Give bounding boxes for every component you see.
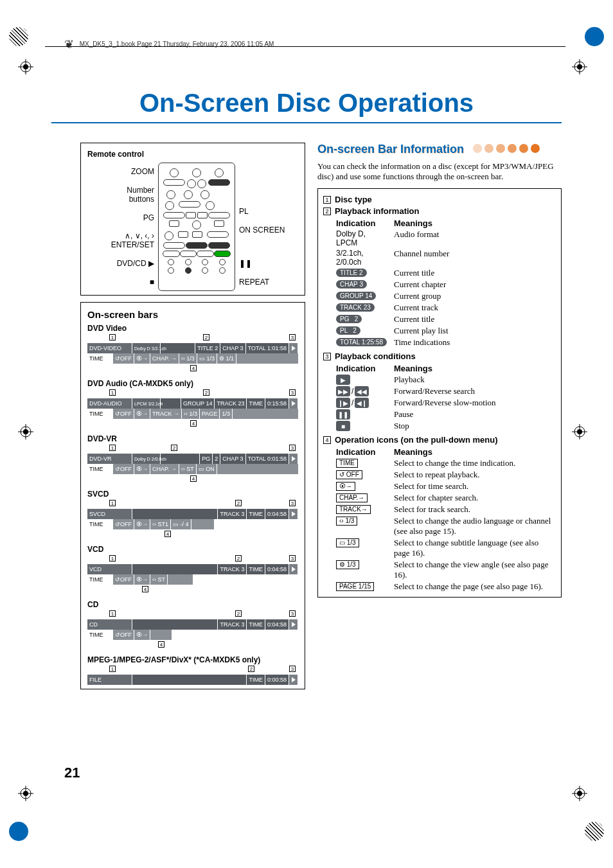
book-page-header: ❦ MX_DK5_3_1.book Page 21 Thursday, Febr… bbox=[64, 37, 274, 51]
table-row: CHAP.→Select for chapter search. bbox=[323, 493, 556, 503]
sec3-title: Playback conditions bbox=[335, 351, 416, 361]
bar-vcd-title: VCD bbox=[87, 545, 298, 554]
arrows-label: ∧, ∨, ‹, › bbox=[125, 231, 154, 240]
bar-dvd-video-title: DVD Video bbox=[87, 324, 298, 333]
corner-hatch-br bbox=[585, 822, 604, 841]
table-row: ■Stop bbox=[323, 421, 556, 431]
sec-num-3: 3 bbox=[323, 353, 331, 360]
col-meanings-3: Meanings bbox=[394, 364, 556, 373]
col-indication: Indication bbox=[323, 218, 394, 228]
table-row: PG 2Current title bbox=[323, 314, 556, 324]
sec4-title: Operation icons (on the pull-down menu) bbox=[335, 435, 498, 445]
heading-dots bbox=[470, 143, 540, 156]
on-screen-bars-panel: On-screen bars DVD Video 123 DVD-VIDEO D… bbox=[80, 302, 305, 689]
bar-cd-title: CD bbox=[87, 600, 298, 609]
bar-dvd-audio-title: DVD Audio (CA-MXDK5 only) bbox=[87, 379, 298, 388]
header-rule bbox=[45, 46, 565, 47]
table-row: TRACK 23Current track bbox=[323, 303, 556, 313]
bar-svcd-title: SVCD bbox=[87, 490, 298, 499]
bar-dvd-vr: DVD-VR 123 DVD-VR Dolby D 2/0.0ch PG 2 C… bbox=[87, 434, 298, 483]
pg-label: PG bbox=[143, 213, 154, 222]
sec-num-4: 4 bbox=[323, 436, 331, 444]
on-screen-label: ON SCREEN bbox=[239, 226, 285, 235]
pause-label: ❚❚ bbox=[239, 259, 252, 268]
page-title: On-Screen Disc Operations bbox=[0, 89, 613, 118]
bar-file: MPEG-1/MPEG-2/ASF*/DivX* (*CA-MXDK5 only… bbox=[87, 655, 298, 685]
corner-hatch-bl bbox=[9, 822, 28, 841]
table-row: ⚙ 1/3Select to change the view angle (se… bbox=[323, 560, 556, 580]
sec-num-1: 1 bbox=[323, 196, 331, 204]
col-meanings-4: Meanings bbox=[394, 447, 556, 457]
bar-svcd: SVCD 123 SVCD TRACK 3 TIME 0:04:58 TIME … bbox=[87, 490, 298, 538]
on-screen-bars-title: On-screen bars bbox=[87, 309, 298, 320]
registration-mark-br bbox=[572, 786, 595, 809]
sec2-title: Playback information bbox=[335, 206, 419, 216]
table-row: TRACK→Select for track search. bbox=[323, 504, 556, 515]
info-table: 1Disc type 2Playback information Indicat… bbox=[317, 188, 562, 598]
zoom-label: ZOOM bbox=[131, 167, 154, 176]
pl-label: PL bbox=[239, 207, 249, 216]
corner-hatch-tr bbox=[585, 27, 604, 46]
table-row: CHAP 3Current chapter bbox=[323, 279, 556, 290]
repeat-label: REPEAT bbox=[239, 278, 269, 287]
remote-control-label: Remote control bbox=[87, 150, 298, 159]
bar-dvd-audio: DVD Audio (CA-MXDK5 only) 123 DVD-AUDIO … bbox=[87, 379, 298, 428]
sec-num-2: 2 bbox=[323, 208, 331, 215]
remote-diagram bbox=[158, 163, 235, 291]
table-row: PAGE 1/15Select to change the page (see … bbox=[323, 581, 556, 592]
section-heading-bar-info: On-screen Bar Information bbox=[317, 143, 562, 156]
table-playback-info: Dolby D,LPCMAudio format3/2.1ch,2/0.0chC… bbox=[323, 229, 556, 348]
registration-mark-right bbox=[572, 424, 595, 447]
dvd-cd-label: DVD/CD ▶ bbox=[117, 259, 154, 268]
table-row: ▭ 1/3Select to change subtitle language … bbox=[323, 538, 556, 558]
table-row: 3/2.1ch,2/0.0chChannel number bbox=[323, 249, 556, 267]
enter-set-label: ENTER/SET bbox=[111, 240, 154, 249]
registration-mark-left bbox=[18, 424, 41, 447]
table-row: ▶▶/◀◀Forward/Reverse search bbox=[323, 386, 556, 396]
stop-label: ■ bbox=[150, 278, 154, 287]
intro-text: You can check the information on a disc … bbox=[317, 161, 562, 182]
table-row: TOTAL 1:25:58Time indications bbox=[323, 337, 556, 348]
sec1-title: Disc type bbox=[335, 195, 372, 204]
table-operation-icons: TIMESelect to change the time indication… bbox=[323, 458, 556, 592]
bar-dvd-video: DVD Video 123 DVD-VIDEO Dolby D 3/2.1ch … bbox=[87, 324, 298, 373]
table-row: ❙▶/◀❙Forward/Reverse slow-motion bbox=[323, 398, 556, 408]
number-buttons-label-2: buttons bbox=[129, 195, 154, 204]
corner-hatch-tl bbox=[9, 27, 28, 46]
title-underline bbox=[51, 122, 562, 123]
bar-cd: CD 123 CD TRACK 3 TIME 0:04:58 TIME ↺OFF… bbox=[87, 600, 298, 649]
registration-mark-bl bbox=[18, 786, 41, 809]
table-row: PL 2Current play list bbox=[323, 326, 556, 336]
number-buttons-label-1: Number bbox=[127, 186, 154, 195]
table-row: ↺ OFFSelect to repeat playback. bbox=[323, 470, 556, 480]
table-row: ⦿→Select for time search. bbox=[323, 481, 556, 492]
page-number: 21 bbox=[64, 765, 80, 781]
bar-vcd: VCD 123 VCD TRACK 3 TIME 0:04:58 TIME ↺O… bbox=[87, 545, 298, 594]
table-playback-conditions: ▶Playback▶▶/◀◀Forward/Reverse search❙▶/◀… bbox=[323, 375, 556, 431]
table-row: Dolby D,LPCMAudio format bbox=[323, 229, 556, 247]
registration-mark-tr bbox=[572, 59, 595, 82]
table-row: ‹› 1/3Select to change the audio languag… bbox=[323, 516, 556, 536]
table-row: TITLE 2Current title bbox=[323, 268, 556, 278]
bar-file-title: MPEG-1/MPEG-2/ASF*/DivX* (*CA-MXDK5 only… bbox=[87, 655, 298, 664]
col-indication-4: Indication bbox=[323, 447, 394, 457]
table-row: TIMESelect to change the time indication… bbox=[323, 458, 556, 468]
table-row: ❚❚Pause bbox=[323, 409, 556, 420]
remote-left-callouts: ZOOM Number buttons PG ∧, ∨, ‹, › ENTER/… bbox=[87, 163, 158, 291]
table-row: GROUP 14Current group bbox=[323, 291, 556, 301]
registration-mark-tl bbox=[18, 59, 41, 82]
remote-right-callouts: PL ON SCREEN ❚❚ REPEAT bbox=[235, 163, 285, 291]
col-meanings: Meanings bbox=[394, 218, 556, 228]
table-row: ▶Playback bbox=[323, 375, 556, 385]
bar-dvd-vr-title: DVD-VR bbox=[87, 434, 298, 443]
remote-control-panel: Remote control ZOOM Number buttons PG ∧,… bbox=[80, 143, 305, 296]
col-indication-3: Indication bbox=[323, 364, 394, 373]
